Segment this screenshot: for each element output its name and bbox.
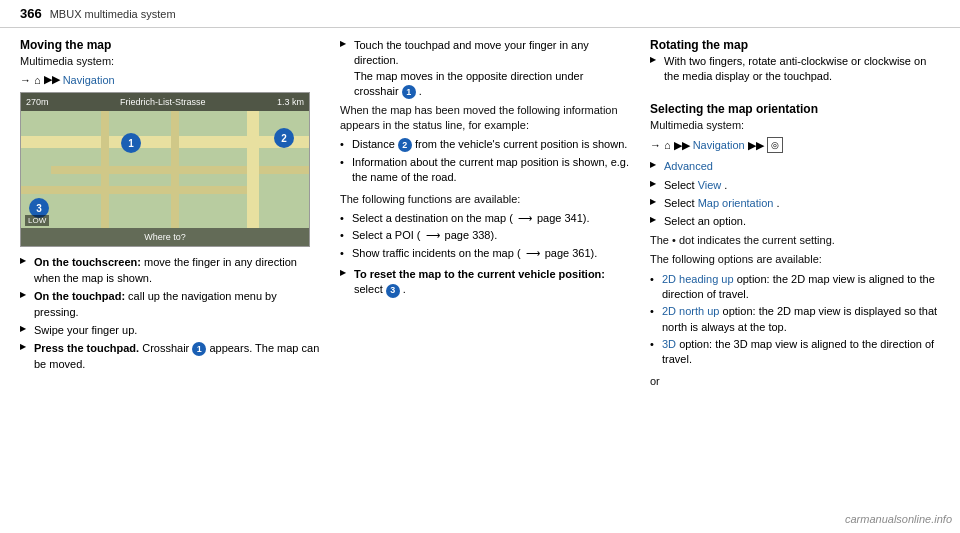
map-distance: 270m [26, 97, 49, 107]
select-view-end: . [724, 179, 727, 191]
select-dest-page: page 341). [537, 212, 590, 224]
street-h [21, 136, 309, 148]
arrow-right-icon-3: ⟶ [526, 247, 540, 261]
reset-text: select [354, 283, 386, 295]
distance-text: Distance [352, 138, 398, 150]
middle-arrow-list: Touch the touchpad and move your finger … [340, 38, 630, 100]
3d-link[interactable]: 3D [662, 338, 676, 350]
list-item-swipe: Swipe your finger up. [20, 323, 320, 338]
advanced-item: Advanced [650, 159, 940, 174]
middle-column: Touch the touchpad and move your finger … [340, 38, 630, 521]
left-column: Moving the map Multimedia system: → ⌂ ▶▶… [20, 38, 320, 521]
2d-heading-link[interactable]: 2D heading up [662, 273, 734, 285]
option-2d-heading: 2D heading up option: the 2D map view is… [650, 272, 940, 303]
map-orientation-link[interactable]: Map orientation [698, 197, 774, 209]
dot-note: The • dot indicates the current setting. [650, 233, 940, 248]
following-options-label: The following options are available: [650, 252, 940, 267]
select-poi-page: page 338). [445, 229, 498, 241]
3d-text: option: the 3D map view is aligned to th… [662, 338, 934, 365]
reset-end: . [403, 283, 406, 295]
rotating-item: With two fingers, rotate anti-clockwise … [650, 54, 940, 85]
function-select-dest: Select a destination on the map ( ⟶ page… [340, 211, 630, 226]
right-home-icon: ⌂ [664, 139, 671, 151]
arrow-icon: → [20, 74, 31, 86]
list-item-press: Press the touchpad. Crosshair 1 appears.… [20, 341, 320, 372]
info-item: Information about the current map positi… [340, 155, 630, 186]
right-column: Rotating the map With two fingers, rotat… [650, 38, 940, 521]
select-dest-text: Select a destination on the map ( [352, 212, 513, 224]
map-top-bar: 270m Friedrich-List-Strasse 1.3 km [21, 93, 309, 111]
select-orientation-end: . [777, 197, 780, 209]
moving-map-title: Moving the map [20, 38, 320, 52]
right-breadcrumb: → ⌂ ▶▶ Navigation ▶▶ ◎ [650, 137, 940, 153]
select-map-orientation-item: Select Map orientation . [650, 196, 940, 211]
map-bottom-bar: Where to? [21, 228, 309, 246]
reset-item: To reset the map to the current vehicle … [340, 267, 630, 298]
function-show-traffic: Show traffic incidents on the map ( ⟶ pa… [340, 246, 630, 261]
right-navigation-link[interactable]: Navigation [693, 139, 745, 151]
select-option-text: Select an option. [664, 215, 746, 227]
left-arrow-list: On the touchscreen: move the finger in a… [20, 255, 320, 372]
arrow-right-icon-2: ⟶ [426, 229, 440, 243]
right-double-arrow2-icon: ▶▶ [748, 139, 764, 152]
select-orientation-text: Select [664, 197, 698, 209]
show-traffic-text: Show traffic incidents on the map ( [352, 247, 521, 259]
compass-icon: ◎ [767, 137, 783, 153]
touch-instruction-text: Touch the touchpad and move your finger … [354, 39, 589, 97]
map-where-to: Where to? [144, 232, 186, 242]
rotating-title: Rotating the map [650, 38, 940, 52]
map-streets [21, 111, 309, 228]
map-street-name: Friedrich-List-Strasse [120, 97, 206, 107]
right-double-arrow-icon: ▶▶ [674, 139, 690, 152]
reset-bold: To reset the map to the current vehicle … [354, 268, 605, 280]
arrow-right-icon: ⟶ [518, 212, 532, 226]
advanced-link[interactable]: Advanced [664, 160, 713, 172]
badge-2: 2 [398, 138, 412, 152]
street-v3 [247, 111, 259, 228]
multimedia-label: Multimedia system: [20, 54, 320, 69]
map-low-label: LOW [25, 215, 49, 226]
touchpad-bold: On the touchpad: [34, 290, 125, 302]
badge-1: 1 [192, 342, 206, 356]
street-v2 [171, 111, 179, 228]
selecting-multimedia: Multimedia system: [650, 118, 940, 133]
book-title: MBUX multimedia system [50, 8, 176, 20]
option-2d-north: 2D north up option: the 2D map view is d… [650, 304, 940, 335]
map-km: 1.3 km [277, 97, 304, 107]
touch-end: . [419, 85, 422, 97]
select-view-item: Select View . [650, 178, 940, 193]
reset-list: To reset the map to the current vehicle … [340, 267, 630, 298]
selecting-title: Selecting the map orientation [650, 102, 940, 116]
badge-1-mid: 1 [402, 85, 416, 99]
functions-list: Select a destination on the map ( ⟶ page… [340, 211, 630, 261]
distance-info-list: Distance 2 from the vehicle's current po… [340, 137, 630, 185]
navigation-link[interactable]: Navigation [63, 74, 115, 86]
options-list: 2D heading up option: the 2D map view is… [650, 272, 940, 368]
select-view-text: Select [664, 179, 698, 191]
distance-end: from the vehicle's current position is s… [415, 138, 627, 150]
view-link[interactable]: View [698, 179, 722, 191]
2d-north-link[interactable]: 2D north up [662, 305, 719, 317]
double-arrow-icon: ▶▶ [44, 73, 60, 86]
map-image: 270m Friedrich-List-Strasse 1.3 km 1 2 3… [20, 92, 310, 247]
right-arrow-list: Advanced Select View . Select Map orient… [650, 159, 940, 230]
option-3d: 3D option: the 3D map view is aligned to… [650, 337, 940, 368]
badge-3: 3 [386, 284, 400, 298]
content-area: Moving the map Multimedia system: → ⌂ ▶▶… [0, 28, 960, 531]
right-arrow1-icon: → [650, 139, 661, 151]
page-number: 366 [20, 6, 42, 21]
press-text: Crosshair [142, 342, 192, 354]
press-bold: Press the touchpad. [34, 342, 139, 354]
list-item-touchscreen: On the touchscreen: move the finger in a… [20, 255, 320, 286]
street-h3 [21, 186, 259, 194]
watermark: carmanualsonline.info [845, 513, 952, 525]
select-poi-text: Select a POI ( [352, 229, 420, 241]
when-moved-text: When the map has been moved the followin… [340, 103, 630, 134]
distance-item: Distance 2 from the vehicle's current po… [340, 137, 630, 152]
touchscreen-bold: On the touchscreen: [34, 256, 141, 268]
street-v1 [101, 111, 109, 228]
following-functions-label: The following functions are available: [340, 192, 630, 207]
function-select-poi: Select a POI ( ⟶ page 338). [340, 228, 630, 243]
rotating-text: With two fingers, rotate anti-clockwise … [664, 55, 926, 82]
swipe-text: Swipe your finger up. [34, 324, 137, 336]
